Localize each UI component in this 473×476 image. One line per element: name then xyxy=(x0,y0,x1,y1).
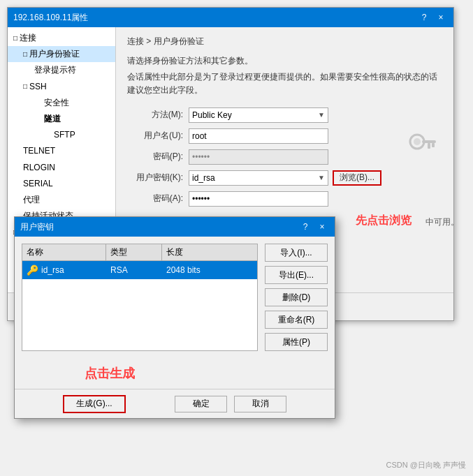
tree-item-login-prompt[interactable]: 登录提示符 xyxy=(8,62,115,78)
sub-table-header: 名称 类型 长度 xyxy=(22,244,258,260)
col-header-length: 长度 xyxy=(162,244,257,260)
sub-table-body: 🔑 id_rsa RSA 2048 bits xyxy=(22,260,258,351)
user-key-label: 用户密钥(K): xyxy=(127,172,183,184)
tree-item-tunnel[interactable]: 隧道 xyxy=(8,111,115,127)
right-notice: 中可用。 xyxy=(425,216,459,228)
method-value: Public Key xyxy=(192,110,232,120)
svg-rect-4 xyxy=(428,143,430,149)
username-label: 用户名(U): xyxy=(127,130,183,142)
username-input[interactable] xyxy=(189,128,328,144)
user-key-row: 用户密钥(K): id_rsa ▼ 浏览(B)... xyxy=(127,170,442,186)
sub-cancel-button[interactable]: 取消 xyxy=(234,396,286,412)
sub-help-button[interactable]: ? xyxy=(298,221,312,233)
browse-button[interactable]: 浏览(B)... xyxy=(333,170,381,186)
col-header-name: 名称 xyxy=(22,244,106,260)
main-title-bar: 192.168.109.11属性 ? × xyxy=(8,8,453,27)
sub-sidebar-buttons: 导入(I)... 导出(E)... 删除(D) 重命名(R) 属性(P) xyxy=(265,244,328,351)
sub-title-bar: 用户密钥 ? × xyxy=(15,217,335,237)
passphrase-row: 密码(A): xyxy=(127,191,442,207)
sub-footer: 生成(G)... 确定 取消 xyxy=(15,389,335,418)
svg-point-1 xyxy=(414,138,421,145)
tree-item-ssh[interactable]: □SSH xyxy=(8,79,115,95)
description: 请选择身份验证方法和其它参数。 会话属性中此部分是为了登录过程更便捷而提供的。如… xyxy=(127,54,442,98)
username-row: 用户名(U): xyxy=(127,128,442,144)
col-header-type: 类型 xyxy=(106,244,162,260)
sub-title-controls: ? × xyxy=(298,221,329,233)
key-icon xyxy=(405,126,439,161)
properties-button[interactable]: 属性(P) xyxy=(265,333,328,351)
annotation-browse: 先点击浏览 xyxy=(356,214,412,228)
tree-item-telnet[interactable]: TELNET xyxy=(8,143,115,159)
dropdown-arrow-icon: ▼ xyxy=(318,111,325,119)
key-row-icon: 🔑 xyxy=(27,265,38,276)
password-label: 密码(P): xyxy=(127,151,183,163)
row-type: RSA xyxy=(106,264,162,276)
breadcrumb: 连接 > 用户身份验证 xyxy=(127,36,442,47)
dropdown-arrow2-icon: ▼ xyxy=(318,174,325,181)
sub-ok-button[interactable]: 确定 xyxy=(175,396,227,412)
title-bar-controls: ? × xyxy=(417,11,448,24)
password-row: 密码(P): xyxy=(127,149,442,165)
generate-button[interactable]: 生成(G)... xyxy=(63,395,126,413)
method-label: 方法(M): xyxy=(127,109,183,121)
main-dialog-title: 192.168.109.11属性 xyxy=(13,12,88,24)
tree-item-connection[interactable]: □连接 xyxy=(8,30,115,46)
import-button[interactable]: 导入(I)... xyxy=(265,244,328,262)
svg-rect-2 xyxy=(422,140,436,143)
sub-dialog-title: 用户密钥 xyxy=(20,221,54,233)
annotation-generate: 点击生成 xyxy=(85,365,135,382)
tree-item-sftp[interactable]: SFTP xyxy=(8,127,115,143)
password-input xyxy=(189,149,328,165)
method-select[interactable]: Public Key ▼ xyxy=(189,107,328,123)
tree-item-security[interactable]: 安全性 xyxy=(8,95,115,111)
close-button[interactable]: × xyxy=(434,11,448,24)
help-button[interactable]: ? xyxy=(417,11,431,24)
key-icon-area xyxy=(405,126,439,163)
sub-close-button[interactable]: × xyxy=(315,221,329,233)
sub-dialog-user-key: 用户密钥 ? × 名称 类型 长度 🔑 id_rsa RSA 2048 bits xyxy=(14,216,335,419)
tree-item-serial[interactable]: SERIAL xyxy=(8,176,115,192)
user-key-value: id_rsa xyxy=(192,173,215,183)
passphrase-input[interactable] xyxy=(189,191,328,207)
user-key-select[interactable]: id_rsa ▼ xyxy=(189,170,328,186)
delete-button[interactable]: 删除(D) xyxy=(265,288,328,306)
row-name: 🔑 id_rsa xyxy=(22,263,106,277)
passphrase-label: 密码(A): xyxy=(127,193,183,204)
row-length: 2048 bits xyxy=(162,264,257,276)
watermark: CSDN @日向晚 声声慢 xyxy=(386,460,466,470)
tree-item-rlogin[interactable]: RLOGIN xyxy=(8,160,115,176)
tree-item-auth[interactable]: □用户身份验证 xyxy=(8,46,115,62)
tree-item-proxy[interactable]: 代理 xyxy=(8,192,115,208)
table-row[interactable]: 🔑 id_rsa RSA 2048 bits xyxy=(22,261,257,279)
svg-rect-3 xyxy=(432,143,435,147)
rename-button[interactable]: 重命名(R) xyxy=(265,311,328,329)
export-button[interactable]: 导出(E)... xyxy=(265,266,328,284)
method-row: 方法(M): Public Key ▼ xyxy=(127,107,442,123)
